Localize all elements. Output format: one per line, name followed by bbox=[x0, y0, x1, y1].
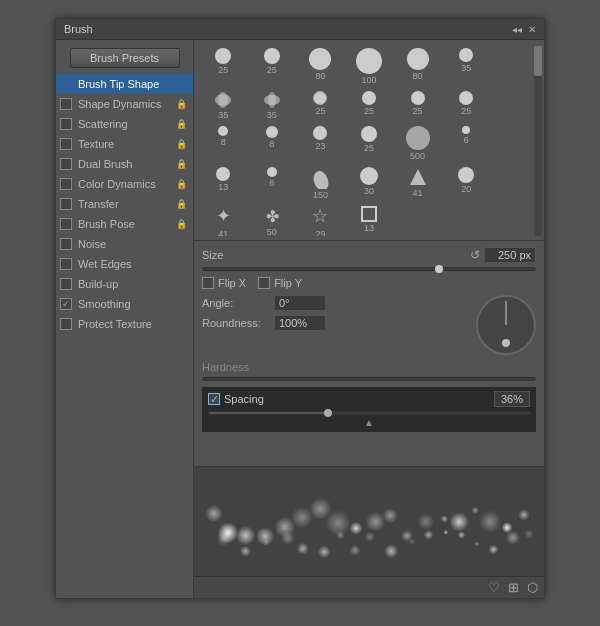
angle-roundness-area: Angle: Roundness: bbox=[202, 295, 536, 355]
spacing-slider-thumb[interactable] bbox=[324, 409, 332, 417]
brush-cell[interactable]: 30 bbox=[346, 165, 393, 202]
size-reset-icon[interactable]: ↺ bbox=[470, 248, 480, 262]
brush-shape-icon bbox=[313, 91, 327, 105]
brush-cell[interactable]: 25 bbox=[394, 89, 441, 122]
brush-cell[interactable]: 23 bbox=[297, 124, 344, 163]
sidebar-item-smoothing[interactable]: ✓ Smoothing bbox=[56, 294, 193, 314]
brush-cell[interactable]: 25 bbox=[443, 89, 490, 122]
sidebar-item-texture[interactable]: Texture 🔒 bbox=[56, 134, 193, 154]
sidebar-item-shape-dynamics[interactable]: Shape Dynamics 🔒 bbox=[56, 94, 193, 114]
brush-cell[interactable]: 20 bbox=[443, 165, 490, 202]
brush-shape-icon bbox=[263, 91, 281, 109]
brush-cell[interactable]: 13 bbox=[346, 204, 393, 236]
brush-cell[interactable]: 25 bbox=[249, 46, 296, 87]
roundness-input[interactable] bbox=[274, 315, 326, 331]
brush-pose-checkbox[interactable] bbox=[60, 218, 72, 230]
sidebar-item-label: Brush Pose bbox=[78, 218, 135, 230]
brush-cell[interactable]: 25 bbox=[346, 89, 393, 122]
hardness-slider[interactable] bbox=[202, 377, 536, 381]
spacing-slider[interactable] bbox=[208, 411, 530, 415]
flip-x-label[interactable]: Flip X bbox=[202, 277, 246, 289]
brush-preview-area bbox=[194, 466, 544, 576]
angle-dial[interactable] bbox=[476, 295, 536, 355]
sidebar-item-label: Transfer bbox=[78, 198, 119, 210]
brush-cell[interactable]: ☆ 29 bbox=[297, 204, 344, 236]
build-up-checkbox[interactable] bbox=[60, 278, 72, 290]
brush-cell[interactable]: 150 bbox=[297, 165, 344, 202]
sidebar-item-dual-brush[interactable]: Dual Brush 🔒 bbox=[56, 154, 193, 174]
sidebar-item-label: Brush Tip Shape bbox=[78, 78, 159, 90]
lock-icon: 🔒 bbox=[176, 199, 187, 209]
spacing-row: ✓ Spacing 36% bbox=[208, 391, 530, 407]
brush-cell[interactable]: 13 bbox=[200, 165, 247, 202]
brush-cell[interactable]: 100 bbox=[346, 46, 393, 87]
sidebar-item-noise[interactable]: Noise bbox=[56, 234, 193, 254]
brush-shape-icon bbox=[215, 48, 231, 64]
panel-collapse-icon[interactable]: ◂◂ bbox=[512, 24, 522, 35]
footer-icon-hex[interactable]: ⬡ bbox=[527, 580, 538, 595]
brush-cell[interactable]: 500 bbox=[394, 124, 441, 163]
brush-cell[interactable]: 80 bbox=[394, 46, 441, 87]
sidebar-item-scattering[interactable]: Scattering 🔒 bbox=[56, 114, 193, 134]
angle-input[interactable] bbox=[274, 295, 326, 311]
brush-cell[interactable]: 25 bbox=[200, 46, 247, 87]
brush-size-label: 8 bbox=[269, 178, 274, 188]
brush-cell[interactable]: 41 bbox=[394, 165, 441, 202]
sidebar-item-protect-texture[interactable]: Protect Texture bbox=[56, 314, 193, 334]
noise-checkbox[interactable] bbox=[60, 238, 72, 250]
brush-shape-icon bbox=[218, 126, 228, 136]
shape-dynamics-checkbox[interactable] bbox=[60, 98, 72, 110]
spacing-checkbox[interactable]: ✓ bbox=[208, 393, 220, 405]
ar-fields: Angle: Roundness: bbox=[202, 295, 468, 335]
brush-cell[interactable]: 8 bbox=[249, 165, 296, 202]
brush-cell[interactable]: 8 bbox=[249, 124, 296, 163]
brush-cell[interactable]: 25 bbox=[297, 89, 344, 122]
brush-cell[interactable]: 35 bbox=[443, 46, 490, 87]
sidebar-item-wet-edges[interactable]: Wet Edges bbox=[56, 254, 193, 274]
footer-icon-heart[interactable]: ♡ bbox=[488, 580, 500, 595]
panel-close-icon[interactable]: ✕ bbox=[528, 24, 536, 35]
brush-shape-icon bbox=[362, 91, 376, 105]
brush-grid-scrollbar[interactable] bbox=[534, 46, 542, 236]
sidebar-item-brush-pose[interactable]: Brush Pose 🔒 bbox=[56, 214, 193, 234]
sidebar-item-brush-tip-shape[interactable]: Brush Tip Shape bbox=[56, 74, 193, 94]
brush-cell[interactable]: 8 bbox=[200, 124, 247, 163]
spacing-section: ✓ Spacing 36% ▲ bbox=[202, 387, 536, 432]
brush-cell[interactable]: 80 bbox=[297, 46, 344, 87]
dual-brush-checkbox[interactable] bbox=[60, 158, 72, 170]
sidebar-item-label: Shape Dynamics bbox=[78, 98, 161, 110]
footer-icon-grid[interactable]: ⊞ bbox=[508, 580, 519, 595]
transfer-checkbox[interactable] bbox=[60, 198, 72, 210]
sidebar-item-color-dynamics[interactable]: Color Dynamics 🔒 bbox=[56, 174, 193, 194]
wet-edges-checkbox[interactable] bbox=[60, 258, 72, 270]
brush-cell[interactable]: 35 bbox=[200, 89, 247, 122]
sidebar-item-transfer[interactable]: Transfer 🔒 bbox=[56, 194, 193, 214]
brush-cell[interactable]: 25 bbox=[346, 124, 393, 163]
brush-presets-button[interactable]: Brush Presets bbox=[70, 48, 180, 68]
smoothing-checkbox[interactable]: ✓ bbox=[60, 298, 72, 310]
brush-cell[interactable]: ✤ 50 bbox=[249, 204, 296, 236]
brush-size-label: 50 bbox=[267, 227, 277, 236]
scattering-checkbox[interactable] bbox=[60, 118, 72, 130]
brush-cell[interactable]: 35 bbox=[249, 89, 296, 122]
brush-shape-icon bbox=[458, 167, 474, 183]
sidebar-item-build-up[interactable]: Build-up bbox=[56, 274, 193, 294]
sidebar-item-label: Texture bbox=[78, 138, 114, 150]
brush-shape-icon bbox=[214, 91, 232, 109]
lock-icon: 🔒 bbox=[176, 139, 187, 149]
spacing-checkbox-label[interactable]: ✓ Spacing bbox=[208, 393, 264, 405]
brush-size-label: 6 bbox=[464, 135, 469, 145]
texture-checkbox[interactable] bbox=[60, 138, 72, 150]
flip-x-checkbox[interactable] bbox=[202, 277, 214, 289]
flip-y-label[interactable]: Flip Y bbox=[258, 277, 302, 289]
brush-size-label: 25 bbox=[267, 65, 277, 75]
size-slider-thumb[interactable] bbox=[435, 265, 443, 273]
size-label: Size bbox=[202, 249, 470, 261]
brush-cell[interactable]: ✦ 41 bbox=[200, 204, 247, 236]
brush-shape-icon bbox=[360, 167, 378, 185]
size-slider[interactable] bbox=[202, 267, 536, 271]
brush-cell[interactable]: 6 bbox=[443, 124, 490, 163]
color-dynamics-checkbox[interactable] bbox=[60, 178, 72, 190]
protect-texture-checkbox[interactable] bbox=[60, 318, 72, 330]
flip-y-checkbox[interactable] bbox=[258, 277, 270, 289]
